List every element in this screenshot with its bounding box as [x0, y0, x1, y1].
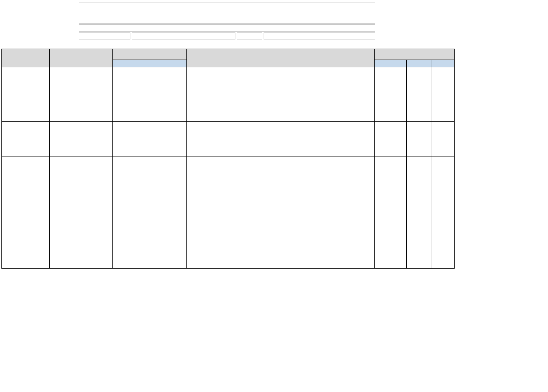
- cell: [170, 157, 187, 192]
- main-table: [1, 49, 455, 269]
- cell: [304, 192, 375, 269]
- page: [0, 0, 548, 392]
- cell: [407, 67, 431, 122]
- cell: [431, 157, 455, 192]
- cell: [141, 122, 170, 157]
- cell: [113, 122, 141, 157]
- col-header-d: [187, 49, 304, 67]
- col-header-b: [50, 49, 113, 67]
- cell: [50, 192, 113, 269]
- header-row-3: [79, 32, 375, 39]
- cell: [113, 192, 141, 269]
- cell: [375, 157, 407, 192]
- cell: [187, 122, 304, 157]
- table-row: [2, 67, 455, 122]
- cell: [407, 157, 431, 192]
- cell: [141, 67, 170, 122]
- table-row: [2, 157, 455, 192]
- cell: [2, 157, 50, 192]
- cell: [50, 157, 113, 192]
- cell: [304, 157, 375, 192]
- col-subheader-c1: [113, 60, 141, 67]
- cell: [113, 157, 141, 192]
- cell: [431, 67, 455, 122]
- cell: [170, 192, 187, 269]
- header-row3-cell-4: [264, 32, 375, 39]
- cell: [431, 122, 455, 157]
- cell: [187, 192, 304, 269]
- cell: [304, 122, 375, 157]
- cell: [170, 67, 187, 122]
- header-row3-cell-1: [79, 32, 130, 39]
- header-row3-cell-2: [132, 32, 235, 39]
- cell: [375, 122, 407, 157]
- col-subheader-f1: [375, 60, 407, 67]
- cell: [375, 192, 407, 269]
- table-row: [2, 192, 455, 269]
- cell: [170, 122, 187, 157]
- cell: [50, 67, 113, 122]
- cell: [375, 67, 407, 122]
- cell: [407, 192, 431, 269]
- col-header-f-group: [375, 49, 455, 60]
- cell: [304, 67, 375, 122]
- cell: [2, 192, 50, 269]
- header-row3-cell-3: [237, 32, 262, 39]
- cell: [187, 67, 304, 122]
- cell: [2, 122, 50, 157]
- col-header-c-group: [113, 49, 187, 60]
- cell: [141, 192, 170, 269]
- cell: [2, 67, 50, 122]
- col-subheader-f2: [407, 60, 431, 67]
- cell: [407, 122, 431, 157]
- header-box-2: [79, 24, 375, 32]
- cell: [431, 192, 455, 269]
- col-subheader-f3: [431, 60, 455, 67]
- cell: [141, 157, 170, 192]
- header-fields: [79, 2, 375, 39]
- col-header-a: [2, 49, 50, 67]
- table-row: [2, 122, 455, 157]
- header-box-1: [79, 2, 375, 24]
- footer-rule: [20, 338, 437, 338]
- col-subheader-c2: [141, 60, 170, 67]
- cell: [187, 157, 304, 192]
- col-subheader-c3: [170, 60, 187, 67]
- cell: [50, 122, 113, 157]
- cell: [113, 67, 141, 122]
- col-header-e: [304, 49, 375, 67]
